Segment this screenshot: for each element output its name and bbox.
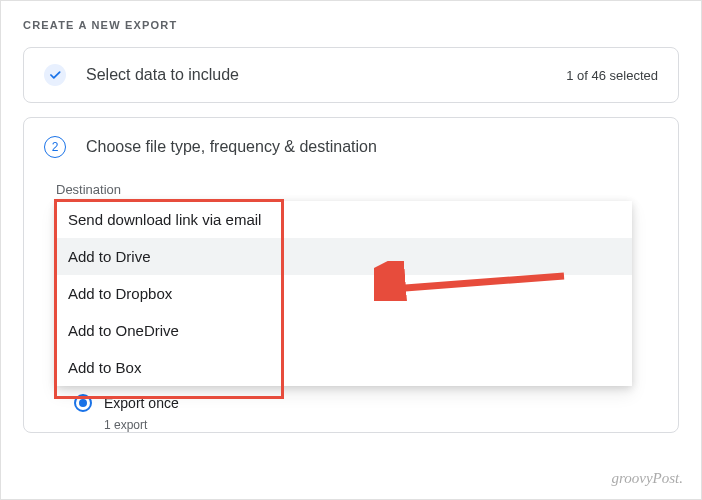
step-2-number-icon: 2 <box>44 136 66 158</box>
step-2-header: 2 Choose file type, frequency & destinat… <box>44 136 658 158</box>
step-1-title: Select data to include <box>86 66 566 84</box>
watermark: groovyPost. <box>611 470 683 487</box>
selection-count: 1 of 46 selected <box>566 68 658 83</box>
destination-dropdown[interactable]: Send download link via email Add to Driv… <box>56 201 632 386</box>
option-add-to-dropbox[interactable]: Add to Dropbox <box>56 275 632 312</box>
destination-label: Destination <box>56 182 646 197</box>
radio-selected-icon <box>74 394 92 412</box>
option-add-to-onedrive[interactable]: Add to OneDrive <box>56 312 632 349</box>
step-1-card[interactable]: Select data to include 1 of 46 selected <box>23 47 679 103</box>
page-title: CREATE A NEW EXPORT <box>23 19 679 31</box>
frequency-sublabel: 1 export <box>104 418 646 432</box>
option-send-email[interactable]: Send download link via email <box>56 201 632 238</box>
step-2-card: 2 Choose file type, frequency & destinat… <box>23 117 679 433</box>
frequency-label: Export once <box>104 395 179 411</box>
destination-options-list: Send download link via email Add to Driv… <box>56 201 632 386</box>
checkmark-icon <box>44 64 66 86</box>
option-add-to-drive[interactable]: Add to Drive <box>56 238 632 275</box>
frequency-radio-export-once[interactable]: Export once <box>74 394 646 412</box>
step-2-title: Choose file type, frequency & destinatio… <box>86 138 658 156</box>
option-add-to-box[interactable]: Add to Box <box>56 349 632 386</box>
